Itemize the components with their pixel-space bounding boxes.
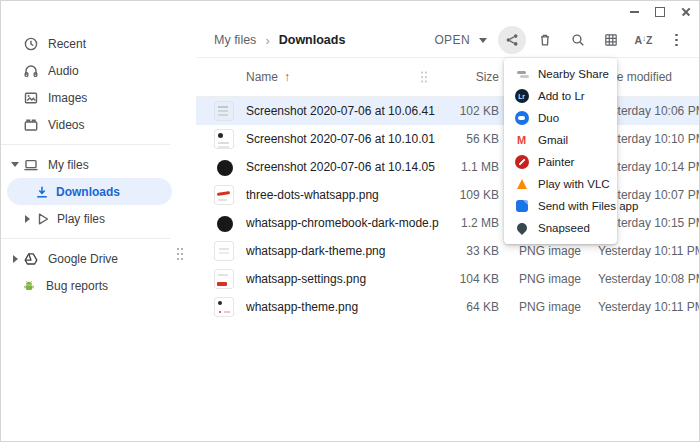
sidebar-item-label: Downloads: [56, 185, 120, 199]
share-menu-item-play-with-vlc[interactable]: Play with VLC: [504, 173, 617, 195]
file-type: PNG image: [519, 272, 589, 286]
menu-item-label: Duo: [538, 112, 559, 124]
content-area: My files › Downloads OPEN: [196, 23, 699, 441]
menu-item-label: Add to Lr: [538, 90, 585, 102]
sidebar-item-bug-reports[interactable]: Bug reports: [1, 272, 196, 299]
breadcrumb-separator-icon: ›: [265, 33, 269, 48]
sidebar-item-audio[interactable]: Audio: [1, 57, 196, 84]
android-icon: [21, 278, 37, 294]
file-row[interactable]: whatsapp-chromebook-dark-mode.png 1.2 MB…: [196, 209, 699, 237]
chevron-down-icon[interactable]: [9, 159, 21, 171]
download-icon: [34, 184, 50, 200]
file-size: 1.1 MB: [439, 160, 499, 174]
file-date: Yesterday 10:11 PM: [598, 244, 693, 258]
file-name: whatsapp-chromebook-dark-mode.png: [246, 216, 439, 230]
share-menu-item-send-with-files-app[interactable]: Send with Files app: [504, 195, 617, 217]
snapseed-icon: [514, 221, 529, 236]
menu-item-label: Play with VLC: [538, 178, 610, 190]
sidebar-item-label: My files: [48, 158, 89, 172]
sidebar-resize-handle[interactable]: [175, 246, 185, 262]
column-header-name[interactable]: Name ↑: [246, 70, 439, 84]
sidebar-item-recent[interactable]: Recent: [1, 30, 196, 57]
file-name: whatsapp-theme.png: [246, 300, 439, 314]
sidebar-item-downloads[interactable]: Downloads: [7, 178, 172, 205]
menu-item-label: Gmail: [538, 134, 568, 146]
share-menu-item-nearby-share[interactable]: Nearby Share: [504, 63, 617, 85]
search-button[interactable]: [561, 25, 594, 55]
sidebar-item-my-files[interactable]: My files: [1, 151, 196, 178]
breadcrumb-downloads[interactable]: Downloads: [279, 33, 346, 47]
share-button[interactable]: [495, 25, 528, 55]
menu-item-label: Painter: [538, 156, 574, 168]
share-menu-item-snapseed[interactable]: Snapseed: [504, 217, 617, 239]
share-menu-item-duo[interactable]: Duo: [504, 107, 617, 129]
sidebar-item-label: Audio: [48, 64, 79, 78]
column-resize-handle[interactable]: [419, 70, 429, 84]
share-menu-item-painter[interactable]: Painter: [504, 151, 617, 173]
file-thumbnail: [214, 129, 234, 149]
chevron-right-icon[interactable]: [21, 213, 33, 225]
file-row[interactable]: Screenshot 2020-07-06 at 10.14.05 PM.png…: [196, 153, 699, 181]
sidebar-item-videos[interactable]: Videos: [1, 111, 196, 138]
toolbar-actions: OPEN A↓Z: [426, 25, 693, 55]
sidebar-item-play-files[interactable]: Play files: [1, 205, 196, 232]
file-row[interactable]: whatsapp-dark-theme.png 33 KB PNG image …: [196, 237, 699, 265]
file-thumbnail: [214, 101, 234, 121]
file-size: 64 KB: [439, 300, 499, 314]
share-menu-item-gmail[interactable]: M Gmail: [504, 129, 617, 151]
file-size: 104 KB: [439, 272, 499, 286]
share-menu: Nearby Share Lr Add to Lr Duo M Gmail Pa…: [504, 58, 617, 244]
az-sort-button[interactable]: A↓Z: [627, 25, 660, 55]
minimize-button[interactable]: [627, 5, 641, 19]
file-thumbnail: [214, 297, 234, 317]
duo-icon: [514, 111, 529, 126]
file-row[interactable]: Screenshot 2020-07-06 at 10.06.41 PM.png…: [196, 97, 699, 125]
file-name: whatsapp-settings.png: [246, 272, 439, 286]
sidebar-item-label: Bug reports: [46, 279, 108, 293]
chevron-right-icon[interactable]: [9, 253, 21, 265]
file-name: Screenshot 2020-07-06 at 10.06.41 PM.png: [246, 104, 439, 118]
nearby-share-icon: [514, 67, 529, 82]
sidebar-item-images[interactable]: Images: [1, 84, 196, 111]
file-name: Screenshot 2020-07-06 at 10.14.05 PM.png: [246, 160, 439, 174]
titlebar: [1, 1, 699, 23]
breadcrumb: My files › Downloads: [214, 33, 345, 48]
share-menu-item-add-to-lr[interactable]: Lr Add to Lr: [504, 85, 617, 107]
maximize-button[interactable]: [653, 5, 667, 19]
laptop-icon: [23, 157, 39, 173]
file-thumbnail: [214, 157, 234, 177]
file-type: PNG image: [519, 244, 589, 258]
file-size: 56 KB: [439, 132, 499, 146]
sidebar: Recent Audio Images Videos My: [1, 23, 196, 441]
table-header: Name ↑ Size Type Date modified: [196, 58, 699, 97]
sidebar-item-label: Recent: [48, 37, 86, 51]
lightroom-icon: Lr: [514, 89, 529, 104]
file-size: 1.2 MB: [439, 216, 499, 230]
sidebar-item-label: Videos: [48, 118, 84, 132]
play-icon: [35, 211, 51, 227]
sidebar-item-google-drive[interactable]: Google Drive: [1, 245, 196, 272]
file-row[interactable]: whatsapp-theme.png 64 KB PNG image Yeste…: [196, 293, 699, 321]
column-header-size[interactable]: Size: [439, 70, 499, 84]
grid-view-button[interactable]: [594, 25, 627, 55]
close-button[interactable]: [679, 5, 693, 19]
file-thumbnail: [214, 269, 234, 289]
menu-item-label: Send with Files app: [538, 200, 638, 212]
sidebar-divider: [1, 238, 170, 239]
open-button[interactable]: OPEN: [426, 29, 495, 51]
file-name: whatsapp-dark-theme.png: [246, 244, 439, 258]
vlc-icon: [514, 177, 529, 192]
name-header-label: Name: [246, 70, 278, 84]
toolbar: My files › Downloads OPEN: [196, 23, 699, 58]
delete-button[interactable]: [528, 25, 561, 55]
file-thumbnail: [214, 185, 234, 205]
clock-icon: [23, 36, 39, 52]
file-row[interactable]: Screenshot 2020-07-06 at 10.10.01 PM.png…: [196, 125, 699, 153]
more-options-button[interactable]: [660, 25, 693, 55]
breadcrumb-my-files[interactable]: My files: [214, 33, 256, 47]
file-thumbnail: [214, 213, 234, 233]
file-thumbnail: [214, 241, 234, 261]
sidebar-item-label: Play files: [57, 212, 105, 226]
file-row[interactable]: whatsapp-settings.png 104 KB PNG image Y…: [196, 265, 699, 293]
painter-icon: [514, 155, 529, 170]
